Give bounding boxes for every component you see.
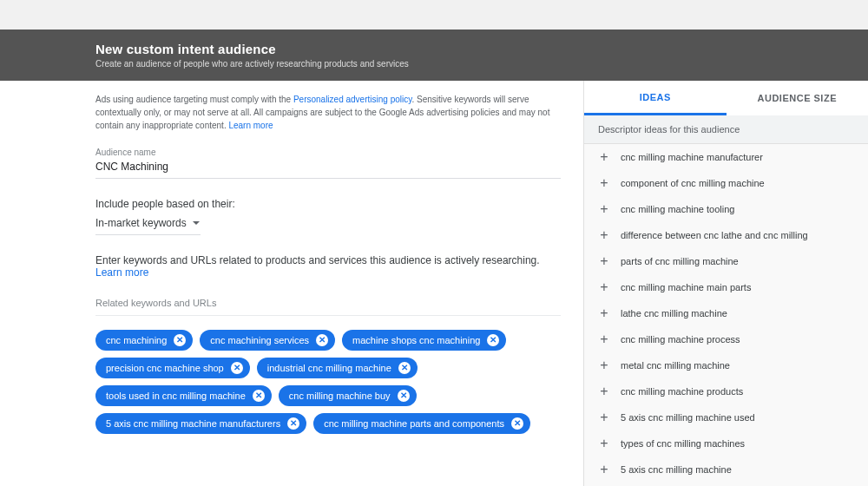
- keyword-chip: machine shops cnc machining✕: [342, 330, 506, 351]
- page-header: New custom intent audience Create an aud…: [0, 30, 868, 81]
- chip-label: cnc milling machine parts and components: [324, 419, 504, 429]
- policy-link[interactable]: Personalized advertising policy: [293, 95, 412, 104]
- idea-item[interactable]: +cnc milling machine tooling: [584, 196, 868, 222]
- keyword-chip: 5 axis cnc milling machine manufacturers…: [95, 413, 306, 434]
- plus-icon: +: [598, 203, 610, 215]
- chip-label: cnc machining services: [210, 336, 309, 345]
- chip-remove-icon[interactable]: ✕: [316, 334, 328, 346]
- ideas-list: +cnc milling machine manufacturer+compon…: [584, 144, 868, 486]
- idea-item[interactable]: +5 axis cnc milling machine: [584, 456, 868, 483]
- learn-more-link[interactable]: Learn more: [228, 121, 273, 130]
- plus-icon: +: [598, 281, 610, 293]
- plus-icon: +: [598, 359, 610, 371]
- right-panel: IDEAS AUDIENCE SIZE Descriptor ideas for…: [583, 81, 868, 486]
- idea-label: metal cnc milling machine: [621, 360, 730, 371]
- top-spacer: [0, 0, 868, 30]
- plus-icon: +: [598, 151, 610, 163]
- main-body: Ads using audience targeting must comply…: [0, 81, 868, 486]
- chip-label: tools used in cnc milling machine: [106, 391, 246, 401]
- chip-remove-icon[interactable]: ✕: [487, 334, 499, 346]
- idea-label: 5 axis cnc milling machine used: [621, 412, 755, 423]
- idea-item[interactable]: +5 axis cnc milling machine used: [584, 404, 868, 430]
- instruction-learn-more-link[interactable]: Learn more: [95, 266, 148, 279]
- plus-icon: +: [598, 463, 610, 476]
- plus-icon: +: [598, 385, 610, 397]
- notice-text-1: Ads using audience targeting must comply…: [95, 95, 293, 104]
- idea-item[interactable]: +lathe cnc milling machine: [584, 300, 868, 326]
- policy-notice: Ads using audience targeting must comply…: [95, 93, 561, 132]
- keyword-chip: cnc milling machine parts and components…: [313, 413, 530, 434]
- idea-item[interactable]: +cnc milling machine products: [584, 378, 868, 404]
- plus-icon: +: [598, 177, 610, 189]
- tab-ideas[interactable]: IDEAS: [584, 81, 727, 115]
- chevron-down-icon: [192, 219, 201, 227]
- chip-remove-icon[interactable]: ✕: [398, 362, 411, 374]
- keyword-chip: tools used in cnc milling machine✕: [95, 385, 272, 406]
- audience-name-input[interactable]: CNC Machining: [95, 157, 561, 179]
- tabs: IDEAS AUDIENCE SIZE: [584, 81, 868, 115]
- keyword-chip: cnc machining✕: [95, 330, 193, 351]
- related-title: Related keywords and URLs: [95, 298, 561, 316]
- chip-remove-icon[interactable]: ✕: [174, 334, 186, 346]
- idea-label: lathe cnc milling machine: [621, 308, 727, 319]
- tab-audience-size[interactable]: AUDIENCE SIZE: [727, 81, 869, 115]
- idea-label: cnc milling machine manufacturer: [621, 152, 763, 162]
- idea-item[interactable]: +cnc milling machine main parts: [584, 274, 868, 300]
- ideas-subtitle: Descriptor ideas for this audience: [584, 115, 868, 144]
- plus-icon: +: [598, 333, 610, 345]
- chip-label: cnc machining: [106, 336, 167, 345]
- plus-icon: +: [598, 437, 610, 450]
- audience-name-label: Audience name: [95, 148, 561, 157]
- idea-item[interactable]: +cnc milling machine process: [584, 326, 868, 352]
- keyword-chip: precision cnc machine shop✕: [95, 358, 250, 378]
- idea-label: difference between cnc lathe and cnc mil…: [621, 230, 808, 240]
- chip-label: industrial cnc milling machine: [267, 364, 391, 373]
- chip-label: 5 axis cnc milling machine manufacturers: [106, 419, 280, 429]
- idea-label: component of cnc milling machine: [621, 178, 765, 188]
- include-dropdown-value: In-market keywords: [95, 217, 187, 229]
- chip-remove-icon[interactable]: ✕: [231, 362, 243, 374]
- page-title: New custom intent audience: [95, 42, 868, 56]
- include-dropdown[interactable]: In-market keywords: [95, 217, 201, 235]
- idea-item[interactable]: +metal cnc milling machine: [584, 352, 868, 378]
- idea-label: cnc milling machine process: [621, 334, 740, 345]
- keyword-chip: cnc machining services✕: [200, 330, 335, 351]
- idea-item[interactable]: +component of cnc milling machine: [584, 170, 868, 196]
- idea-item[interactable]: +cnc milling machine manufacturer: [584, 144, 868, 170]
- idea-label: cnc milling machine products: [621, 386, 743, 397]
- idea-label: cnc milling machine tooling: [621, 204, 734, 214]
- chip-remove-icon[interactable]: ✕: [287, 417, 299, 430]
- plus-icon: +: [598, 307, 610, 319]
- idea-label: types of cnc milling machines: [621, 438, 745, 449]
- keyword-chip: cnc milling machine buy✕: [279, 385, 417, 406]
- instruction-body: Enter keywords and URLs related to produ…: [95, 254, 540, 266]
- include-label: Include people based on their:: [95, 198, 561, 210]
- instruction-text: Enter keywords and URLs related to produ…: [95, 254, 561, 279]
- chip-remove-icon[interactable]: ✕: [511, 417, 523, 430]
- plus-icon: +: [598, 411, 610, 424]
- chip-label: precision cnc machine shop: [106, 364, 224, 373]
- chip-container: cnc machining✕cnc machining services✕mac…: [95, 330, 561, 434]
- plus-icon: +: [598, 229, 610, 241]
- idea-item[interactable]: +difference between cnc lathe and cnc mi…: [584, 222, 868, 248]
- page-subtitle: Create an audience of people who are act…: [95, 59, 868, 69]
- idea-label: parts of cnc milling machine: [621, 256, 739, 266]
- left-panel: Ads using audience targeting must comply…: [0, 81, 583, 486]
- idea-label: cnc milling machine main parts: [621, 282, 751, 292]
- keyword-chip: industrial cnc milling machine✕: [257, 358, 418, 378]
- chip-label: machine shops cnc machining: [352, 336, 480, 345]
- idea-item[interactable]: +types of cnc milling machines: [584, 430, 868, 456]
- plus-icon: +: [598, 255, 610, 267]
- chip-remove-icon[interactable]: ✕: [398, 390, 410, 402]
- idea-label: 5 axis cnc milling machine: [621, 464, 732, 475]
- idea-item[interactable]: +parts of cnc milling machine: [584, 248, 868, 274]
- chip-remove-icon[interactable]: ✕: [253, 390, 265, 402]
- chip-label: cnc milling machine buy: [289, 391, 391, 401]
